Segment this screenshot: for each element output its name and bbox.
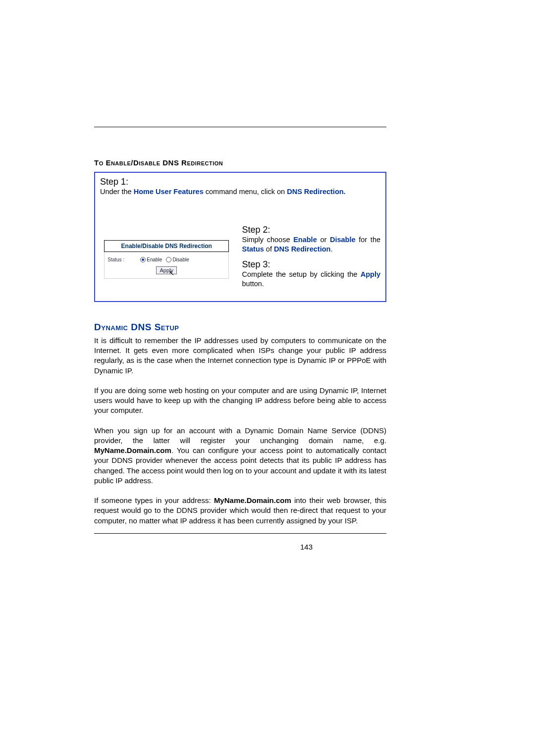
home-user-features: Home User Features [134, 188, 204, 196]
t: or [317, 236, 330, 244]
section-heading-dynamic-dns: Dynamic DNS Setup [94, 322, 386, 333]
step2-label: Step 2: [242, 225, 380, 235]
apply-wrap: Apply ↖ [107, 262, 225, 274]
t: for the [356, 236, 380, 244]
domain-example-2: MyName.Domain.com [214, 496, 291, 504]
para2: If you are doing some web hosting on you… [94, 386, 386, 416]
embedded-screenshot-column: Enable/Disable DNS Redirection Status : … [100, 225, 233, 294]
radio-dot-icon [140, 257, 146, 262]
enable-word: Enable [293, 236, 317, 244]
status-label: Status : [107, 257, 136, 262]
panel-body: Status : Enable Disable Apply [104, 252, 229, 279]
page-number: 143 [300, 543, 313, 551]
step1-text: Under the Home User Features command men… [100, 188, 346, 196]
para4: If someone types in your address: MyName… [94, 496, 386, 526]
apply-button[interactable]: Apply [156, 266, 177, 274]
domain-example-1: MyName.Domain.com [94, 446, 171, 454]
t: When you sign up for an account with a D… [94, 426, 386, 445]
t: Complete the setup by clicking the [242, 270, 361, 278]
step-two-column: Enable/Disable DNS Redirection Status : … [100, 225, 380, 294]
para3: When you sign up for an account with a D… [94, 426, 386, 486]
t: If someone types in your address: [94, 496, 214, 504]
t: Simply choose [242, 236, 294, 244]
section-heading-dns-redirection: To Enable/Disable DNS Redirection [94, 158, 386, 167]
radio-enable[interactable]: Enable [140, 257, 162, 262]
status-row: Status : Enable Disable [107, 257, 225, 262]
bottom-rule [94, 533, 386, 534]
step2-text: Simply choose Enable or Disable for the … [242, 235, 380, 254]
page-content: To Enable/Disable DNS Redirection Step 1… [94, 158, 386, 526]
step2-block: Step 2: Simply choose Enable or Disable … [242, 225, 380, 254]
steps-right-column: Step 2: Simply choose Enable or Disable … [242, 225, 380, 294]
radio-disable[interactable]: Disable [166, 257, 189, 262]
panel-title: Enable/Disable DNS Redirection [104, 240, 229, 252]
step1-pre: Under the [100, 188, 134, 196]
para1: It is difficult to remember the IP addre… [94, 336, 386, 376]
disable-word: Disable [330, 236, 356, 244]
t: button. [242, 280, 264, 288]
step3-block: Step 3: Complete the setup by clicking t… [242, 259, 380, 289]
step3-label: Step 3: [242, 259, 380, 270]
t: . [330, 245, 332, 253]
dns-redirection-word: DNS Redirection [274, 245, 330, 253]
step1-mid: command menu, click on [204, 188, 287, 196]
step3-text: Complete the setup by clicking the Apply… [242, 270, 380, 289]
radio-dot-icon [166, 257, 171, 262]
dns-redirection-panel: Enable/Disable DNS Redirection Status : … [104, 240, 229, 279]
step-box: Step 1: Under the Home User Features com… [94, 172, 386, 302]
step1-label: Step 1: [100, 177, 128, 187]
status-word: Status [242, 245, 264, 253]
t: of [264, 245, 274, 253]
step1-block: Step 1: Under the Home User Features com… [100, 177, 380, 197]
radio-disable-label: Disable [172, 257, 189, 262]
apply-word: Apply [361, 270, 380, 278]
top-rule [94, 127, 386, 127]
dns-redirection-link: DNS Redirection. [287, 188, 345, 196]
radio-enable-label: Enable [147, 257, 162, 262]
